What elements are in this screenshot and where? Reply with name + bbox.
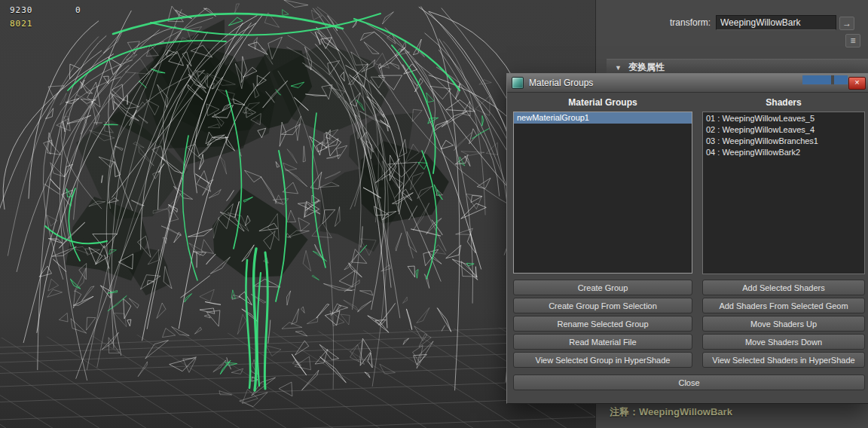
dialog-app-icon (512, 77, 524, 89)
dialog-body: Material Groups Shaders newMaterialGroup… (507, 93, 868, 370)
move-shaders-down-button[interactable]: Move Shaders Down (702, 334, 865, 350)
dialog-close-row: Close (507, 370, 868, 390)
group-buttons-column: Create Group Create Group From Selection… (513, 280, 692, 370)
view-selected-group-hypershade-button[interactable]: View Selected Group in HyperShade (513, 352, 692, 368)
notes-label: 注释：WeepingWillowBark (610, 405, 732, 419)
add-selected-shaders-button[interactable]: Add Selected Shaders (702, 280, 865, 295)
transform-name-input[interactable] (716, 15, 836, 30)
chevron-down-icon: ▼ (615, 64, 622, 72)
transform-row: transform: → ≡ (596, 14, 868, 31)
move-shaders-up-button[interactable]: Move Shaders Up (702, 316, 865, 332)
list-item[interactable]: 01 : WeepingWillowLeaves_5 (703, 113, 864, 124)
hud-counter-extra: 0 (75, 5, 81, 15)
create-group-from-selection-button[interactable]: Create Group From Selection (513, 298, 692, 313)
list-item[interactable]: 04 : WeepingWillowBark2 (703, 147, 864, 158)
list-item[interactable]: newMaterialGroup1 (514, 112, 692, 124)
shaders-column-header: Shaders (702, 94, 865, 112)
list-item[interactable]: 02 : WeepingWillowLeaves_4 (703, 124, 864, 136)
hud-counter-bottom: 8021 (10, 19, 33, 29)
section-title: 变换属性 (628, 61, 665, 74)
read-material-file-button[interactable]: Read Material File (513, 334, 692, 350)
close-icon[interactable]: × (848, 77, 866, 90)
close-button[interactable]: Close (513, 374, 865, 390)
transform-label: transform: (596, 17, 711, 28)
dialog-title: Material Groups (529, 78, 593, 88)
view-selected-shaders-hypershade-button[interactable]: View Selected Shaders in HyperShade (702, 352, 865, 368)
shader-buttons-column: Add Selected Shaders Add Shaders From Se… (702, 280, 865, 370)
shaders-list[interactable]: 01 : WeepingWillowLeaves_5 02 : WeepingW… (702, 112, 865, 274)
obscured-selected-field-fragment (802, 75, 848, 84)
application-window: 9230 8021 0 transform: → ≡ ▼ 变换属性 注释：Wee… (0, 0, 868, 428)
hud-counter-top: 9230 (10, 5, 33, 15)
create-group-button[interactable]: Create Group (513, 280, 692, 295)
rename-selected-group-button[interactable]: Rename Selected Group (513, 316, 692, 332)
list-item[interactable]: 03 : WeepingWillowBranches1 (703, 136, 864, 147)
focus-icon[interactable]: → (839, 17, 854, 30)
material-groups-list[interactable]: newMaterialGroup1 (513, 112, 692, 274)
add-shaders-from-selected-geom-button[interactable]: Add Shaders From Selected Geom (702, 298, 865, 313)
presets-icon[interactable]: ≡ (845, 34, 860, 47)
material-groups-dialog: Material Groups × Material Groups Shader… (506, 73, 868, 404)
groups-column-header: Material Groups (513, 94, 692, 112)
